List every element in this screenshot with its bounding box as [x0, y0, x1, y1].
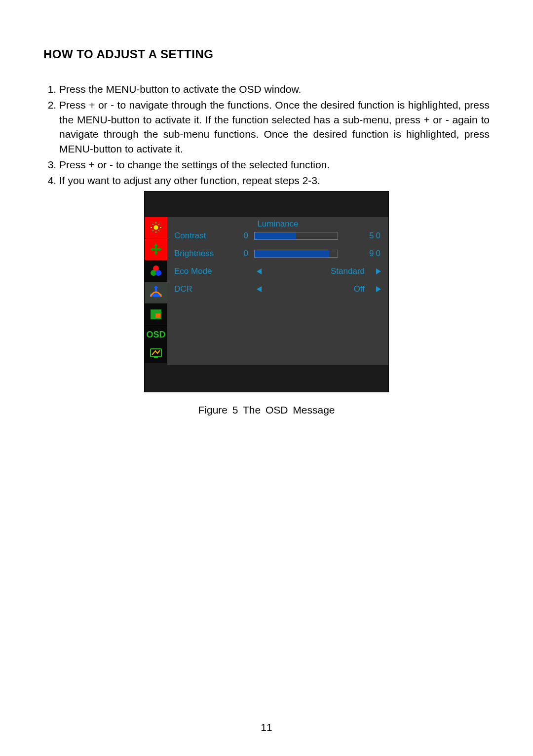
svg-marker-28: [376, 286, 381, 292]
osd-text-icon: OSD: [146, 330, 165, 340]
svg-marker-7: [152, 229, 154, 232]
brightness-row[interactable]: Brightness 0 90: [167, 245, 388, 263]
contrast-min: 0: [238, 231, 248, 241]
ecomode-prev[interactable]: [254, 268, 264, 275]
color-circles-icon: [149, 264, 163, 278]
page-number: 11: [0, 721, 533, 733]
instruction-step: Press + or - to change the settings of t…: [59, 157, 490, 172]
move-icon: [149, 242, 163, 256]
osd-sidebar: OSD: [145, 217, 167, 365]
dcr-row[interactable]: DCR Off: [167, 280, 388, 298]
svg-marker-27: [257, 286, 262, 292]
svg-marker-12: [159, 247, 162, 251]
section-title: HOW TO ADJUST A SETTING: [43, 47, 490, 61]
svg-marker-9: [154, 243, 158, 246]
sun-icon: [149, 221, 163, 234]
ecomode-option: Standard: [264, 266, 374, 276]
document-page: HOW TO ADJUST A SETTING Press the MENU-b…: [0, 0, 533, 756]
brightness-slider-fill: [255, 250, 329, 257]
brightness-slider[interactable]: [254, 250, 338, 258]
brightness-min: 0: [238, 249, 248, 259]
svg-marker-1: [155, 221, 157, 224]
triangle-right-icon: [375, 286, 382, 293]
contrast-row[interactable]: Contrast 0 50: [167, 227, 388, 245]
contrast-slider[interactable]: [254, 232, 338, 240]
contrast-label: Contrast: [174, 231, 238, 241]
osd-main-panel: Luminance Contrast 0 50 Brightness 0: [167, 217, 388, 365]
svg-rect-14: [153, 248, 159, 250]
triangle-right-icon: [375, 268, 382, 275]
autoadjust-icon: [149, 286, 163, 300]
svg-marker-11: [150, 247, 153, 251]
contrast-value: 50: [338, 231, 383, 241]
dcr-label: DCR: [174, 284, 238, 294]
instruction-step: Press the MENU-button to activate the OS…: [59, 82, 490, 97]
ecomode-next[interactable]: [374, 268, 383, 275]
instruction-step: Press + or - to navigate through the fun…: [59, 98, 490, 156]
autoadjust-tab[interactable]: [145, 282, 167, 304]
figure-caption: Figure 5 The OSD Message: [144, 404, 389, 416]
svg-point-17: [155, 270, 161, 276]
brightness-label: Brightness: [174, 249, 238, 259]
svg-marker-5: [152, 223, 154, 226]
svg-marker-8: [158, 229, 160, 232]
information-tab[interactable]: [145, 344, 167, 363]
monitor-icon: [149, 347, 163, 360]
svg-marker-4: [160, 227, 162, 228]
color-tab[interactable]: [145, 261, 167, 282]
instruction-list: Press the MENU-button to activate the OS…: [43, 82, 490, 188]
osd-top-bar: [145, 191, 388, 217]
osd-setup-tab[interactable]: OSD: [145, 326, 167, 344]
svg-marker-3: [150, 227, 152, 228]
triangle-left-icon: [256, 268, 263, 275]
picture-tab[interactable]: [145, 304, 167, 326]
svg-marker-6: [158, 223, 160, 226]
contrast-slider-fill: [255, 232, 296, 239]
osd-figure: OSD Luminance: [144, 191, 389, 416]
ecomode-row[interactable]: Eco Mode Standard: [167, 263, 388, 280]
svg-marker-2: [155, 231, 157, 234]
ecomode-label: Eco Mode: [174, 266, 238, 276]
svg-rect-23: [151, 349, 161, 357]
dcr-prev[interactable]: [254, 286, 264, 293]
osd-empty-area: [167, 298, 388, 342]
instruction-step: If you want to adjust any other function…: [59, 173, 490, 188]
svg-marker-20: [153, 286, 158, 288]
svg-marker-10: [154, 252, 158, 255]
svg-point-0: [153, 225, 158, 230]
svg-rect-24: [154, 357, 158, 358]
osd-bottom-bar: [145, 365, 388, 392]
position-tab[interactable]: [145, 239, 167, 261]
osd-window: OSD Luminance: [144, 191, 389, 392]
svg-marker-26: [376, 268, 381, 274]
instruction-text: Press + or - to navigate through the fun…: [59, 98, 490, 156]
picture-icon: [150, 308, 162, 320]
dcr-next[interactable]: [374, 286, 383, 293]
dcr-option: Off: [264, 284, 374, 294]
svg-marker-25: [257, 268, 262, 274]
osd-body: OSD Luminance: [145, 217, 388, 365]
luminance-tab[interactable]: [145, 217, 167, 239]
triangle-left-icon: [256, 286, 263, 293]
brightness-value: 90: [338, 249, 383, 259]
svg-rect-22: [155, 313, 160, 318]
